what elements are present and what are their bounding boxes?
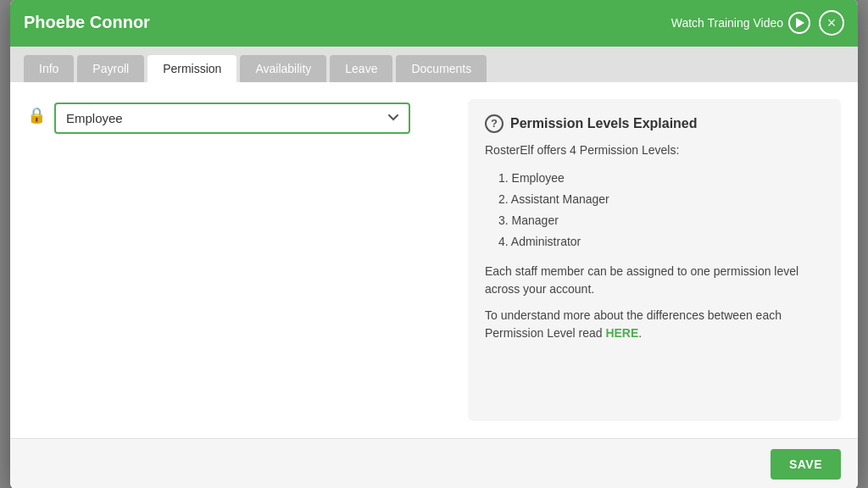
list-item: Assistant Manager	[498, 189, 824, 210]
header-right: Watch Training Video ×	[671, 10, 844, 36]
list-item: Manager	[498, 210, 824, 231]
modal: Phoebe Connor Watch Training Video × Inf…	[10, 0, 858, 488]
info-note2: To understand more about the differences…	[485, 307, 824, 342]
question-icon: ?	[485, 114, 504, 133]
modal-footer: SAVE	[10, 438, 858, 489]
list-item: Employee	[498, 168, 824, 189]
save-button[interactable]: SAVE	[771, 449, 841, 480]
permission-list: Employee Assistant Manager Manager Admin…	[498, 168, 824, 253]
tab-permission[interactable]: Permission	[147, 55, 236, 82]
modal-header: Phoebe Connor Watch Training Video ×	[10, 0, 858, 47]
left-panel: 🔒 Employee Assistant Manager Manager Adm…	[27, 99, 451, 421]
permission-select[interactable]: Employee Assistant Manager Manager Admin…	[54, 103, 410, 134]
watch-training-label: Watch Training Video	[671, 16, 783, 30]
tabs-bar: Info Payroll Permission Availability Lea…	[10, 47, 858, 82]
here-link[interactable]: HERE	[605, 326, 638, 340]
tab-documents[interactable]: Documents	[396, 55, 487, 82]
list-item: Administrator	[498, 231, 824, 252]
select-wrapper: Employee Assistant Manager Manager Admin…	[54, 103, 451, 134]
play-icon	[788, 12, 810, 34]
info-box: ? Permission Levels Explained RosterElf …	[468, 99, 841, 421]
info-box-title: Permission Levels Explained	[510, 116, 698, 131]
watch-training-link[interactable]: Watch Training Video	[671, 12, 810, 34]
info-intro: RosterElf offers 4 Permission Levels:	[485, 141, 824, 159]
modal-title: Phoebe Connor	[24, 13, 150, 32]
close-button[interactable]: ×	[819, 10, 844, 36]
info-box-header: ? Permission Levels Explained	[485, 114, 824, 133]
tab-availability[interactable]: Availability	[240, 55, 326, 82]
tab-info[interactable]: Info	[24, 55, 74, 82]
play-triangle	[796, 18, 804, 28]
lock-icon: 🔒	[27, 103, 46, 125]
info-note1: Each staff member can be assigned to one…	[485, 263, 824, 298]
modal-body: 🔒 Employee Assistant Manager Manager Adm…	[10, 82, 858, 438]
tab-payroll[interactable]: Payroll	[77, 55, 144, 82]
info-note2-end: .	[638, 326, 642, 340]
tab-leave[interactable]: Leave	[330, 55, 392, 82]
